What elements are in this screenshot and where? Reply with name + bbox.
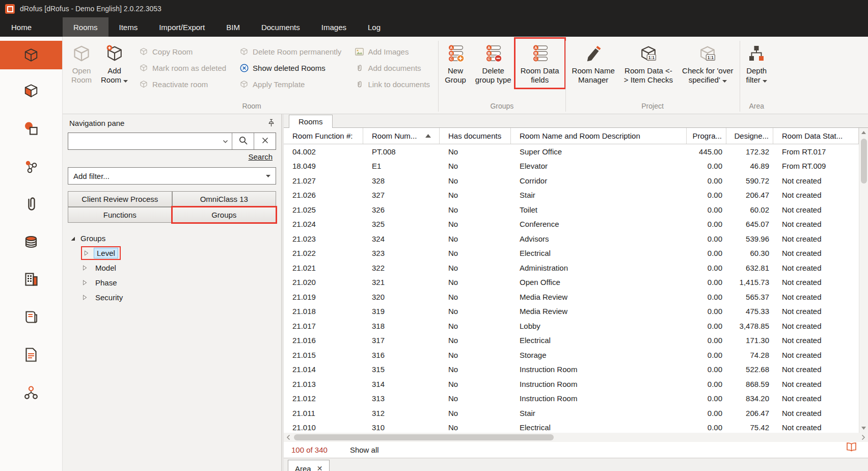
nav-tab-omniclass-13[interactable]: OmniClass 13 bbox=[172, 191, 277, 207]
sidebar-item-components[interactable] bbox=[0, 112, 62, 145]
vertical-scrollbar[interactable] bbox=[859, 128, 868, 433]
column-header-programmed[interactable]: Progra... bbox=[687, 128, 726, 144]
collapsed-arrow-icon[interactable] bbox=[83, 295, 89, 300]
table-row[interactable]: 21.014315NoInstruction Room0.00522.68Not… bbox=[284, 362, 859, 377]
horizontal-scrollbar[interactable] bbox=[284, 433, 868, 442]
table-row[interactable]: 04.002PT.008NoSuper Office445.00172.32Fr… bbox=[284, 144, 859, 159]
search-history-chevron-icon[interactable] bbox=[219, 133, 232, 149]
table-row[interactable]: 21.012313NoInstruction Room0.00834.20Not… bbox=[284, 391, 859, 406]
sidebar-item-building[interactable] bbox=[0, 263, 62, 296]
table-row[interactable]: 21.021322NoAdministration0.00632.81Not c… bbox=[284, 260, 859, 275]
table-row[interactable]: 21.020321NoOpen Office0.001,415.73Not cr… bbox=[284, 275, 859, 290]
sidebar-item-attachments[interactable] bbox=[0, 188, 62, 220]
column-header-room-name[interactable]: Room Name and Room Description bbox=[511, 128, 687, 144]
ribbon-button-new-group[interactable]: ABC New Group bbox=[441, 40, 470, 87]
column-header-designed[interactable]: Designe... bbox=[726, 128, 773, 144]
nav-tab-groups[interactable]: Groups bbox=[172, 207, 277, 223]
menu-tab-bim[interactable]: BIM bbox=[215, 17, 251, 37]
ribbon-button-reactivate-room[interactable]: Reactivate room bbox=[139, 78, 226, 90]
search-link[interactable]: Search bbox=[248, 152, 273, 161]
ribbon-button-depth-filter[interactable]: Depth filter bbox=[742, 40, 771, 87]
sidebar-item-finance[interactable] bbox=[0, 225, 62, 258]
nav-tab-client-review-process[interactable]: Client Review Process bbox=[68, 191, 172, 207]
column-header-room-function-number[interactable]: Room Function #: bbox=[284, 128, 363, 144]
pin-icon[interactable] bbox=[267, 119, 275, 127]
table-row[interactable]: 21.013314NoInstruction Room0.00868.59Not… bbox=[284, 377, 859, 391]
expanded-arrow-icon[interactable] bbox=[70, 236, 77, 241]
tree-item-groups[interactable]: Groups bbox=[70, 231, 281, 246]
scroll-left-icon[interactable] bbox=[284, 433, 293, 442]
table-row[interactable]: 21.018319NoMedia Review0.00475.33Not cre… bbox=[284, 304, 859, 319]
menu-tab-images[interactable]: Images bbox=[311, 17, 357, 37]
ribbon-button-delete-group-type[interactable]: ABC Delete group type bbox=[471, 40, 516, 87]
tree-item-model[interactable]: Model bbox=[70, 260, 281, 275]
ribbon-button-open-room[interactable]: Open Room bbox=[67, 40, 96, 87]
doc-tab-rooms[interactable]: Rooms bbox=[289, 115, 333, 128]
table-row[interactable]: 21.019320NoMedia Review0.00565.37Not cre… bbox=[284, 290, 859, 304]
scroll-up-icon[interactable] bbox=[859, 128, 868, 137]
tree-item-level[interactable]: Level bbox=[70, 246, 281, 260]
nav-tab-functions[interactable]: Functions bbox=[68, 207, 172, 223]
tree-item-security[interactable]: Security bbox=[70, 290, 281, 305]
table-row[interactable]: 21.017318NoLobby0.003,478.85Not created bbox=[284, 319, 859, 333]
column-header-room-number[interactable]: Room Num... bbox=[363, 128, 440, 144]
clear-search-button[interactable] bbox=[254, 133, 276, 149]
tree-item-phase[interactable]: Phase bbox=[70, 275, 281, 290]
sidebar-item-relations[interactable] bbox=[0, 376, 62, 409]
collapsed-arrow-icon[interactable] bbox=[83, 265, 89, 271]
sidebar-item-systems[interactable] bbox=[0, 150, 62, 182]
vertical-scroll-thumb[interactable] bbox=[861, 139, 867, 184]
table-row[interactable]: 21.025326NoToilet0.0060.02Not created bbox=[284, 202, 859, 217]
ribbon-button-room-name-manager[interactable]: Room Name Manager bbox=[568, 40, 619, 87]
sidebar-item-reports[interactable] bbox=[0, 338, 62, 371]
table-row[interactable]: 21.011312NoStair0.00206.47Not created bbox=[284, 406, 859, 421]
menu-tab-documents[interactable]: Documents bbox=[251, 17, 311, 37]
table-row[interactable]: 21.010310NoElectrical0.0075.42Not create… bbox=[284, 421, 859, 433]
close-tab-icon[interactable]: ✕ bbox=[317, 464, 323, 471]
table-row[interactable]: 21.024325NoConference0.00645.07Not creat… bbox=[284, 217, 859, 232]
ribbon-button-apply-template[interactable]: Apply Template bbox=[239, 78, 341, 90]
bottom-tab-area[interactable]: Area ✕ bbox=[288, 460, 330, 471]
column-header-has-documents[interactable]: Has documents bbox=[440, 128, 511, 144]
column-label: Room Data Stat... bbox=[782, 132, 843, 140]
menu-tab-log[interactable]: Log bbox=[357, 17, 391, 37]
search-button[interactable] bbox=[232, 133, 254, 149]
table-row[interactable]: 21.016317NoElectrical0.00171.30Not creat… bbox=[284, 333, 859, 348]
ribbon-button-room-data-item-checks[interactable]: 1:1 Room Data <- > Item Checks bbox=[620, 40, 677, 87]
sidebar-item-catalog[interactable] bbox=[0, 301, 62, 333]
cell-room-name: Conference bbox=[511, 217, 687, 232]
ribbon-button-link-to-documents[interactable]: Link to documents bbox=[355, 78, 430, 90]
menu-home[interactable]: Home bbox=[0, 17, 63, 37]
horizontal-scroll-thumb[interactable] bbox=[294, 434, 554, 440]
collapsed-arrow-icon[interactable] bbox=[83, 280, 89, 285]
column-header-room-data-status[interactable]: Room Data Stat... bbox=[773, 128, 859, 144]
ribbon-button-delete-room-permanently[interactable]: Delete Room permanently bbox=[239, 46, 341, 57]
show-all-link[interactable]: Show all bbox=[350, 446, 379, 454]
menu-tab-rooms[interactable]: Rooms bbox=[63, 17, 108, 37]
collapsed-arrow-icon[interactable] bbox=[84, 250, 91, 256]
search-input[interactable] bbox=[68, 133, 219, 149]
add-filter-dropdown[interactable]: Add filter... bbox=[68, 167, 276, 185]
ribbon-button-check-over-specified[interactable]: 1:1 Check for 'over specified' bbox=[678, 40, 737, 87]
table-row[interactable]: 21.027328NoCorridor0.00590.72Not created bbox=[284, 173, 859, 188]
table-row[interactable]: 18.049E1NoElevator0.0046.89From RT.009 bbox=[284, 159, 859, 174]
ribbon-button-mark-room-as-deleted[interactable]: Mark room as deleted bbox=[139, 62, 226, 73]
ribbon-button-add-room[interactable]: Add Room bbox=[97, 40, 132, 87]
table-row[interactable]: 21.015316NoStorage0.0074.28Not created bbox=[284, 348, 859, 362]
menu-tab-import-export[interactable]: Import/Export bbox=[148, 17, 215, 37]
ribbon-button-add-documents[interactable]: Add documents bbox=[355, 62, 430, 73]
table-row[interactable]: 21.022323NoElectrical0.0060.30Not create… bbox=[284, 246, 859, 261]
ribbon-button-show-deleted-rooms[interactable]: Show deleted Rooms bbox=[239, 62, 341, 73]
scroll-right-icon[interactable] bbox=[859, 433, 868, 442]
button-label: Delete Room permanently bbox=[253, 47, 341, 56]
table-body: 04.002PT.008NoSuper Office445.00172.32Fr… bbox=[284, 144, 868, 433]
menu-tab-items[interactable]: Items bbox=[108, 17, 149, 37]
sidebar-item-rooms[interactable] bbox=[0, 41, 62, 69]
ribbon-button-copy-room[interactable]: Copy Room bbox=[139, 46, 226, 57]
ribbon-button-room-data-fields[interactable]: ABC Room Data fields bbox=[517, 40, 563, 87]
table-row[interactable]: 21.023324NoAdvisors0.00539.96Not created bbox=[284, 231, 859, 246]
table-row[interactable]: 21.026327NoStair0.00206.47Not created bbox=[284, 188, 859, 203]
scroll-down-icon[interactable] bbox=[859, 424, 868, 433]
ribbon-button-add-images[interactable]: Add Images bbox=[355, 46, 430, 57]
sidebar-item-items[interactable] bbox=[0, 74, 62, 107]
